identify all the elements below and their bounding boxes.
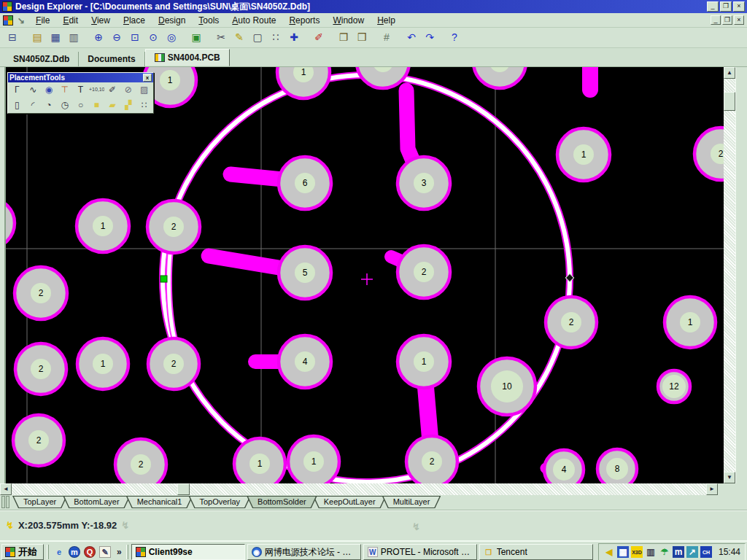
menu-reports[interactable]: Reports (282, 14, 326, 27)
layer-tab-scroll-buttons[interactable] (1, 496, 9, 508)
select-area-icon[interactable]: ▢ (249, 30, 266, 45)
scroll-down-button[interactable]: ▼ (724, 472, 735, 483)
pad-2[interactable]: 2 (398, 246, 450, 298)
print-icon[interactable]: ▥ (66, 30, 82, 45)
pad-1[interactable]: 1 (398, 335, 450, 388)
edit-library-icon[interactable]: ❒ (354, 30, 370, 45)
volume-icon[interactable]: ◀ (603, 546, 615, 558)
child-restore-button[interactable]: ❐ (722, 15, 732, 25)
restore-button[interactable]: ❐ (720, 1, 732, 12)
launcher-arrow-icon[interactable]: ↗ (686, 546, 698, 558)
minimize-button[interactable]: _ (707, 1, 719, 12)
display-settings-icon[interactable]: ▦ (617, 546, 629, 558)
pad-4[interactable]: 4 (279, 335, 331, 388)
horizontal-scroll-track[interactable] (12, 483, 706, 495)
deselect-icon[interactable]: ∷ (268, 30, 284, 45)
task-button-2[interactable]: ◉网博电源技术论坛 - M... (247, 544, 361, 560)
place-arc-center-icon[interactable]: ◔ (42, 98, 57, 112)
pad-1[interactable]: 1 (77, 338, 128, 389)
design-manager-toggle-icon[interactable]: ⊟ (4, 30, 20, 45)
cut-icon[interactable]: ✂ (213, 30, 229, 45)
zoom-all-icon[interactable]: ⊡ (127, 30, 143, 45)
network-monitor-icon[interactable]: ▥ (645, 546, 657, 558)
pad-2[interactable]: 2 (15, 267, 67, 319)
palette-title-bar[interactable]: PlacementTools x (8, 73, 153, 82)
place-polygon-icon[interactable]: ▰ (105, 98, 120, 112)
pad-1[interactable]: 1 (665, 297, 716, 348)
show-desktop-icon[interactable]: ✎ (99, 546, 111, 558)
doc-tab-sn4050z.ddb[interactable]: SN4050Z.Ddb (4, 52, 79, 66)
pad-2[interactable]: 2 (147, 201, 200, 253)
pcb-canvas[interactable]: PlacementTools x Γ∿◉⊤T+10,10✐⊘▨▯◜◔◷○■▰▞∷… (6, 67, 724, 483)
maxthon-icon[interactable]: m (69, 546, 80, 558)
open-document-icon[interactable]: ▤ (29, 30, 45, 45)
place-component-icon[interactable]: ▯ (9, 98, 25, 112)
maxthon-tray-icon[interactable]: m (673, 546, 684, 558)
layer-tab-keepoutlayer[interactable]: KeepOutLayer (313, 496, 387, 508)
pad-1[interactable]: 1 (288, 436, 339, 483)
place-array-icon[interactable]: ∷ (136, 98, 152, 112)
move-icon[interactable]: ✚ (286, 30, 302, 45)
board-snapshot-icon[interactable]: ▣ (188, 30, 204, 45)
grid-toggle-icon[interactable]: # (379, 30, 395, 45)
zoom-in-icon[interactable]: ⊕ (90, 30, 107, 45)
save-icon[interactable]: ▦ (47, 30, 63, 45)
menu-edit[interactable]: Edit (56, 14, 85, 27)
pad-8[interactable]: 8 (597, 449, 637, 483)
pad-2[interactable]: 2 (406, 436, 457, 483)
horizontal-scroll-thumb[interactable] (177, 483, 190, 495)
place-track-icon[interactable]: Γ (9, 83, 25, 97)
selection-vertex-marker[interactable] (160, 276, 167, 282)
start-button[interactable]: 开始 (1, 544, 44, 560)
quick-launch-overflow[interactable]: » (115, 547, 123, 557)
pad-2[interactable]: 2 (694, 128, 724, 180)
place-keepout-circle-icon[interactable]: ⊘ (120, 83, 136, 97)
child-close-button[interactable]: × (734, 15, 744, 25)
child-minimize-button[interactable]: _ (711, 15, 721, 25)
vertical-scrollbar[interactable]: ▲ ▼ (724, 67, 735, 483)
palette-close-button[interactable]: x (143, 74, 152, 82)
help-icon[interactable]: ? (446, 30, 462, 45)
layer-tab-bottomlayer[interactable]: BottomLayer (63, 496, 130, 508)
scroll-left-button[interactable]: ◄ (0, 483, 12, 495)
place-arc-multi-icon[interactable]: ∿ (26, 83, 41, 97)
antivirus-umbrella-icon[interactable]: ☂ (659, 546, 670, 558)
browse-library-icon[interactable]: ❐ (336, 30, 352, 45)
pad-1[interactable]: 1 (234, 438, 285, 483)
zoom-area-icon[interactable]: ⊙ (145, 30, 161, 45)
zoom-point-icon[interactable]: ◎ (163, 30, 179, 45)
place-via-icon[interactable]: ◉ (42, 83, 57, 97)
pad-1[interactable]: 1 (77, 200, 129, 252)
zoom-out-icon[interactable]: ⊖ (109, 30, 125, 45)
pad[interactable] (473, 67, 526, 88)
vertical-scroll-track[interactable] (724, 79, 735, 472)
doc-tab-sn4004.pcb[interactable]: SN4004.PCB (145, 49, 230, 66)
layer-tab-multilayer[interactable]: MultiLayer (382, 496, 441, 508)
pad-3[interactable]: 3 (398, 157, 450, 209)
pad-4[interactable]: 4 (544, 450, 584, 483)
place-string-icon[interactable]: T (73, 83, 88, 97)
place-fill-icon[interactable]: ■ (89, 98, 104, 112)
pad-12[interactable]: 12 (658, 370, 690, 402)
place-dimension-icon[interactable]: ✐ (105, 83, 120, 97)
menu-window[interactable]: Window (326, 14, 371, 27)
pad-1[interactable]: 1 (557, 128, 610, 181)
pad-6[interactable]: 6 (279, 157, 331, 209)
pad-2[interactable]: 2 (115, 439, 166, 483)
close-button[interactable]: × (733, 1, 745, 12)
layer-tab-toplayer[interactable]: TopLayer (12, 496, 67, 508)
place-coordinate-icon[interactable]: +10,10 (89, 83, 104, 97)
redo-icon[interactable]: ↷ (422, 30, 438, 45)
placement-tools-palette[interactable]: PlacementTools x Γ∿◉⊤T+10,10✐⊘▨▯◜◔◷○■▰▞∷ (7, 72, 154, 114)
doc-tab-documents[interactable]: Documents (79, 52, 144, 66)
task-button-4[interactable]: ❒Tencent (479, 544, 593, 560)
layer-tab-mechanical1[interactable]: Mechanical1 (126, 496, 193, 508)
place-fill-hatch-icon[interactable]: ▨ (136, 83, 152, 97)
place-full-circle-icon[interactable]: ○ (73, 98, 88, 112)
menu-place[interactable]: Place (117, 14, 152, 27)
pad-2[interactable]: 2 (546, 297, 597, 348)
vertical-scroll-thumb[interactable] (724, 92, 735, 111)
menu-tools[interactable]: Tools (192, 14, 225, 27)
ie-icon[interactable]: e (53, 546, 65, 558)
place-pad-icon[interactable]: ⊤ (57, 83, 72, 97)
